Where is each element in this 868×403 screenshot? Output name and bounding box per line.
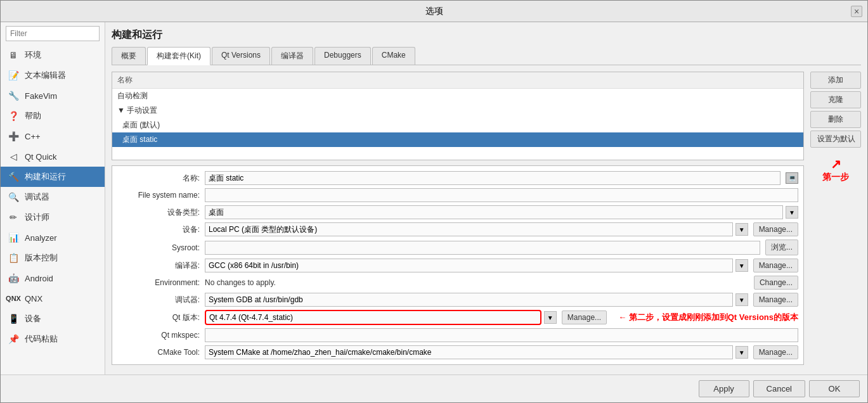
- sidebar-label-help: 帮助: [25, 110, 41, 122]
- form-row-device-type: 设备类型: ▼: [117, 205, 798, 219]
- sidebar-item-version-control[interactable]: 📋 版本控制: [1, 248, 105, 268]
- device-type-arrow[interactable]: ▼: [786, 206, 798, 219]
- debugger-icon: 🔍: [7, 191, 20, 203]
- sidebar-item-android[interactable]: 🤖 Android: [1, 268, 105, 288]
- name-input[interactable]: [205, 171, 781, 185]
- set-default-button[interactable]: 设置为默认: [810, 131, 861, 148]
- tab-kit[interactable]: 构建套件(Kit): [147, 47, 211, 65]
- delete-button[interactable]: 删除: [810, 111, 861, 128]
- kit-auto-detect-label: 自动检测: [112, 89, 803, 103]
- device-container: ▼: [205, 222, 748, 236]
- sidebar-item-qt-quick[interactable]: ◁ Qt Quick: [1, 146, 105, 167]
- qt-version-manage-btn[interactable]: Manage...: [562, 310, 607, 324]
- form-row-fs-name: File system name:: [117, 188, 798, 202]
- debugger-manage-btn[interactable]: Manage...: [753, 293, 798, 307]
- form-label-name: 名称:: [117, 173, 200, 184]
- sysroot-browse-btn[interactable]: 浏览...: [765, 240, 798, 255]
- sidebar-label-devices: 设备: [25, 313, 41, 324]
- form-label-sysroot: Sysroot:: [117, 243, 200, 252]
- sidebar: 🖥 环境 📝 文本编辑器 🔧 FakeVim ❓ 帮助 ➕ C++ ◁ Qt: [1, 22, 105, 374]
- title-bar: 选项 ×: [1, 1, 867, 22]
- cpp-icon: ➕: [7, 130, 20, 143]
- device-arrow[interactable]: ▼: [735, 223, 748, 236]
- sidebar-item-analyzer[interactable]: 📊 Analyzer: [1, 227, 105, 248]
- sidebar-label-designer: 设计师: [25, 212, 49, 223]
- kit-left: 名称 自动检测 ▼ 手动设置 桌面 (默认) 桌面 static: [112, 72, 804, 368]
- tab-overview[interactable]: 概要: [112, 47, 146, 65]
- cancel-button[interactable]: Cancel: [753, 380, 805, 397]
- qt-version-arrow[interactable]: ▼: [544, 311, 557, 324]
- filesystem-name-input[interactable]: [205, 188, 798, 202]
- device-select[interactable]: [205, 222, 733, 236]
- designer-icon: ✏: [7, 211, 20, 224]
- sidebar-label-qnx: QNX: [25, 294, 42, 304]
- kit-list-header: 名称: [112, 72, 803, 89]
- tab-compilers[interactable]: 编译器: [271, 47, 313, 65]
- debugger-select[interactable]: [205, 293, 733, 307]
- form-row-name: 名称: 💻: [117, 171, 798, 185]
- qnx-icon: QNX: [7, 292, 20, 305]
- close-button[interactable]: ×: [851, 6, 862, 17]
- clone-button[interactable]: 克隆: [810, 91, 861, 108]
- kit-right-buttons: 添加 克隆 删除 设置为默认 ↗ 第一步: [810, 72, 861, 368]
- kit-item-desktop-default[interactable]: 桌面 (默认): [112, 118, 803, 132]
- form-label-device: 设备:: [117, 224, 200, 235]
- compiler-manage-btn[interactable]: Manage...: [753, 259, 798, 272]
- cmake-tool-manage-btn[interactable]: Manage...: [753, 345, 798, 359]
- environment-change-btn[interactable]: Change...: [754, 276, 798, 290]
- code-snippets-icon: 📌: [7, 333, 20, 345]
- sidebar-label-android: Android: [25, 274, 53, 283]
- cmake-tool-arrow[interactable]: ▼: [735, 346, 748, 359]
- sidebar-item-designer[interactable]: ✏ 设计师: [1, 207, 105, 227]
- sidebar-label-version-control: 版本控制: [25, 252, 58, 264]
- analyzer-icon: 📊: [7, 231, 20, 244]
- text-editor-icon: 📝: [7, 69, 20, 82]
- sidebar-item-debugger[interactable]: 🔍 调试器: [1, 187, 105, 207]
- sidebar-label-debugger: 调试器: [25, 191, 49, 203]
- form-row-qt-version: Qt 版本: ▼ Manage... ← 第二步，设置成刚刚添加到Qt Vers: [117, 310, 798, 325]
- qt-mkspec-input[interactable]: [205, 328, 798, 342]
- sidebar-item-cpp[interactable]: ➕ C++: [1, 126, 105, 146]
- sidebar-item-code-snippets[interactable]: 📌 代码粘贴: [1, 329, 105, 349]
- debugger-arrow[interactable]: ▼: [735, 293, 748, 306]
- sysroot-input[interactable]: [205, 241, 760, 255]
- debugger-container: ▼: [205, 293, 748, 307]
- apply-button[interactable]: Apply: [699, 380, 749, 397]
- compiler-arrow[interactable]: ▼: [735, 259, 748, 272]
- sidebar-item-devices[interactable]: 📱 设备: [1, 309, 105, 329]
- sidebar-label-qt-quick: Qt Quick: [25, 152, 57, 162]
- tab-cmake[interactable]: CMake: [372, 47, 415, 65]
- tab-qt-versions[interactable]: Qt Versions: [212, 47, 270, 65]
- sidebar-label-code-snippets: 代码粘贴: [25, 333, 58, 345]
- kit-manual-label: ▼ 手动设置: [112, 103, 803, 118]
- kit-list: 名称 自动检测 ▼ 手动设置 桌面 (默认) 桌面 static: [112, 72, 804, 160]
- sidebar-item-environment[interactable]: 🖥 环境: [1, 45, 105, 65]
- dialog-title: 选项: [425, 6, 443, 17]
- sidebar-item-build-run[interactable]: 🔨 构建和运行: [1, 167, 105, 187]
- kit-item-desktop-static[interactable]: 桌面 static: [112, 132, 803, 147]
- form-label-cmake-tool: CMake Tool:: [117, 348, 200, 357]
- devices-icon: 📱: [7, 312, 20, 325]
- sidebar-item-fakevim[interactable]: 🔧 FakeVim: [1, 86, 105, 106]
- add-button[interactable]: 添加: [810, 72, 861, 89]
- cmake-tool-select[interactable]: [205, 345, 733, 359]
- sidebar-label-analyzer: Analyzer: [25, 233, 57, 243]
- qt-quick-icon: ◁: [7, 150, 20, 163]
- build-run-icon: 🔨: [7, 170, 20, 183]
- compiler-select[interactable]: [205, 259, 733, 272]
- annotation-step1: 第一步: [810, 172, 861, 183]
- sidebar-item-qnx[interactable]: QNX QNX: [1, 288, 105, 309]
- kit-panel: 名称 自动检测 ▼ 手动设置 桌面 (默认) 桌面 static: [112, 72, 861, 368]
- filter-input[interactable]: [6, 26, 100, 41]
- ok-button[interactable]: OK: [809, 380, 860, 397]
- sidebar-item-help[interactable]: ❓ 帮助: [1, 106, 105, 126]
- sidebar-item-text-editor[interactable]: 📝 文本编辑器: [1, 65, 105, 86]
- device-manage-btn[interactable]: Manage...: [753, 222, 798, 236]
- sidebar-label-environment: 环境: [25, 49, 41, 61]
- tab-debuggers[interactable]: Debuggers: [314, 47, 371, 65]
- device-type-select[interactable]: [205, 205, 783, 219]
- qt-version-container: ▼: [205, 310, 557, 325]
- form-label-fs-name: File system name:: [117, 191, 200, 200]
- qt-version-select[interactable]: [205, 310, 541, 325]
- help-icon: ❓: [7, 110, 20, 122]
